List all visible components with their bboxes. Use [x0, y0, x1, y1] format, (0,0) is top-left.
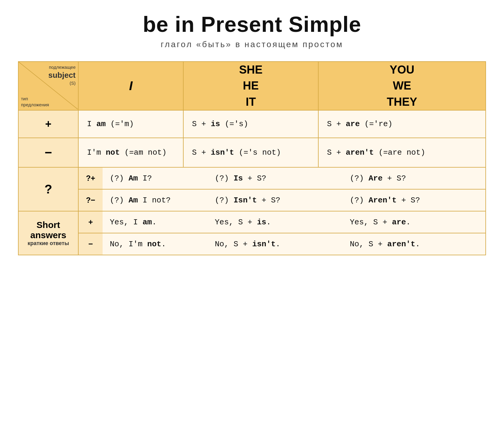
short-answers-content: + Yes, I am. Yes, S + is. Yes, S + are. … [78, 211, 486, 255]
positive-she: S + is (='s) [183, 110, 318, 138]
question-positive-subtype: ?+ [79, 168, 103, 189]
header-col-she-he-it: SHEHEIT [183, 62, 318, 110]
short-answers-nested-table: + Yes, I am. Yes, S + is. Yes, S + are. … [79, 211, 485, 255]
question-negative-i: (?) Am I not? [103, 189, 208, 211]
question-negative-she: (?) Isn't + S? [208, 189, 343, 211]
negative-she: S + isn't (='s not) [183, 138, 318, 167]
question-negative-subtype: ?− [79, 189, 103, 211]
question-row: ? ?+ (?) Am I? (?) Is + S? (?) Are + S? [18, 167, 486, 211]
short-answers-positive-row: + Yes, I am. Yes, S + is. Yes, S + are. [79, 211, 485, 233]
short-answers-negative-row: − No, I'm not. No, S + isn't. No, S + ar… [79, 233, 485, 255]
grammar-table: подлежащее subject (S) тип предложения I… [18, 61, 486, 255]
header-col-i: I [78, 62, 183, 110]
question-nested-table: ?+ (?) Am I? (?) Is + S? (?) Are + S? ?− [79, 168, 485, 211]
subject-inner: подлежащее subject (S) тип предложения [19, 62, 78, 110]
negative-type: − [18, 138, 78, 167]
negative-you: S + aren't (=are not) [318, 138, 486, 167]
question-negative-you: (?) Aren't + S? [343, 189, 485, 211]
positive-i: I am (='m) [78, 110, 183, 138]
sa-negative-she: No, S + isn't. [208, 233, 343, 255]
positive-type: + [18, 110, 78, 138]
question-content: ?+ (?) Am I? (?) Is + S? (?) Are + S? ?− [78, 167, 486, 211]
sa-positive-subtype: + [79, 211, 103, 233]
positive-row: + I am (='m) S + is (='s) S + are (='re) [18, 110, 486, 138]
question-positive-row: ?+ (?) Am I? (?) Is + S? (?) Are + S? [79, 168, 485, 189]
subject-bottom-label: тип предложения [21, 96, 49, 108]
question-positive-she: (?) Is + S? [208, 168, 343, 189]
header-subject-cell: подлежащее subject (S) тип предложения [18, 62, 78, 110]
header-col-you-we-they: YOUWETHEY [318, 62, 486, 110]
page: be in Present Simple глагол «быть» в нас… [0, 0, 504, 273]
negative-i: I'm not (=am not) [78, 138, 183, 167]
sa-positive-you: Yes, S + are. [343, 211, 485, 233]
question-positive-you: (?) Are + S? [343, 168, 485, 189]
question-type: ? [18, 167, 78, 211]
main-title: be in Present Simple [18, 12, 486, 37]
negative-row: − I'm not (=am not) S + isn't (='s not) … [18, 138, 486, 167]
subtitle: глагол «быть» в настоящем простом [18, 40, 486, 49]
sa-negative-i: No, I'm not. [103, 233, 208, 255]
sa-negative-you: No, S + aren't. [343, 233, 485, 255]
short-answers-row: Short answers краткие ответы + Yes, I am… [18, 211, 486, 255]
sa-positive-she: Yes, S + is. [208, 211, 343, 233]
header-row: подлежащее subject (S) тип предложения I… [18, 62, 486, 110]
short-answers-type: Short answers краткие ответы [18, 211, 78, 255]
sa-negative-subtype: − [79, 233, 103, 255]
question-negative-row: ?− (?) Am I not? (?) Isn't + S? (?) Aren… [79, 189, 485, 211]
subject-top-label: подлежащее subject (S) [48, 64, 76, 86]
question-positive-i: (?) Am I? [103, 168, 208, 189]
positive-you: S + are (='re) [318, 110, 486, 138]
sa-positive-i: Yes, I am. [103, 211, 208, 233]
